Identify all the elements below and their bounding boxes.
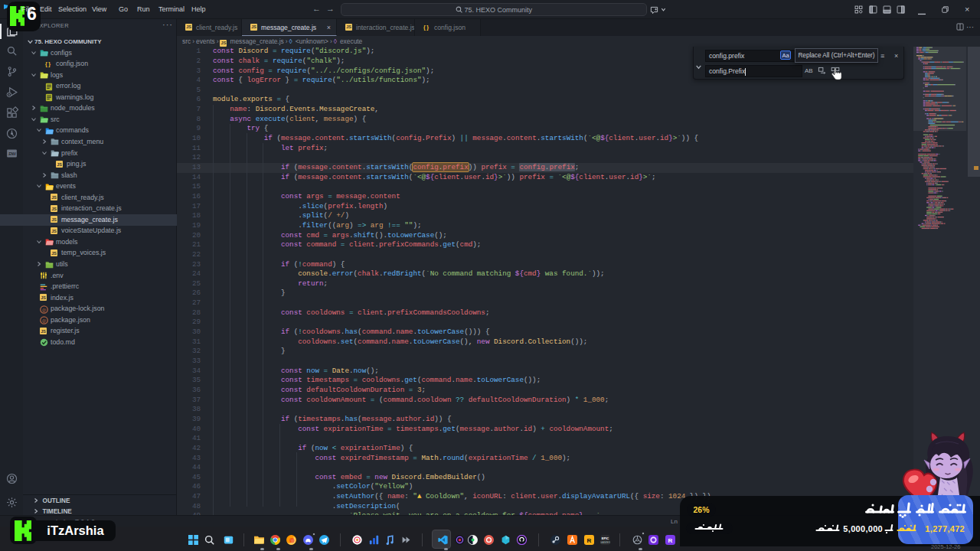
svg-text:R: R (668, 537, 672, 544)
svg-text:R: R (586, 537, 591, 544)
svg-text:GAMES: GAMES (600, 540, 610, 544)
